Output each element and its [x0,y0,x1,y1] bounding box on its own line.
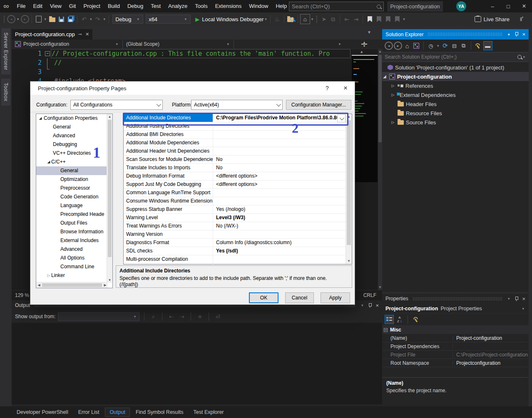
grid-row[interactable]: Additional Module Dependencies [124,139,352,147]
nav-scope-dropdown[interactable]: (Global Scope) ▾ [123,40,234,49]
tree-item[interactable]: External Includes [36,236,112,245]
scrollbar-down-icon[interactable]: ▼ [378,285,382,290]
window-position-dropdown-icon[interactable]: ▾ [361,303,363,307]
sidebar-tab-server-explorer[interactable]: Server Explorer [1,28,10,74]
undo-icon[interactable]: ↶ [80,15,89,24]
property-row[interactable]: Project Dependencies [382,342,529,351]
fold-collapse-icon[interactable]: − [45,51,50,56]
close-panel-icon[interactable]: × [522,31,525,37]
expanded-icon[interactable]: ◢ [382,74,387,79]
tree-item[interactable]: ◢Configuration Properties [36,114,112,123]
collapsed-icon[interactable]: ▷ [390,84,395,88]
tree-item[interactable]: Code Generation [36,193,112,201]
window-position-dropdown-icon[interactable]: ▾ [508,32,510,37]
scrollbar-up-icon[interactable]: ▲ [107,114,112,119]
back-dropdown-icon[interactable]: ▾ [17,17,19,21]
grid-row-selected[interactable]: Additional Include Directories C:\Progra… [124,114,352,122]
find-message-icon[interactable]: ⌕ [149,313,157,320]
menu-analyze[interactable]: Analyze [164,0,191,12]
tree-item[interactable]: ▷Linker [36,271,112,280]
tree-item[interactable]: Language [36,201,112,210]
quick-search-input[interactable]: Search (Ctrl+Q) [289,2,384,11]
editor-vertical-scrollbar[interactable]: ▲ ▼ [378,49,382,290]
save-all-icon[interactable] [66,15,75,24]
pin-icon[interactable] [515,297,518,301]
previous-message-icon[interactable]: ⇠ [167,314,175,320]
new-dropdown-icon[interactable]: ▾ [45,17,47,21]
property-pages-wrench-icon[interactable] [412,315,420,324]
menu-tools[interactable]: Tools [191,0,211,12]
find-in-files-icon[interactable] [286,15,296,24]
tab-error-list[interactable]: Error List [74,408,104,416]
value-dropdown-button[interactable] [337,114,346,122]
refresh-icon[interactable]: ⟳ [441,42,450,50]
menu-git[interactable]: Git [65,0,80,12]
alphabetical-sort-icon[interactable]: AZ ↓ [395,315,404,324]
property-row[interactable]: Project File C:\Projects\Project-configu… [382,351,529,359]
collapsed-icon[interactable]: ▷ [46,271,51,280]
window-position-dropdown-icon[interactable]: ▾ [508,297,510,301]
grid-row[interactable]: Multi-processor Compilation [124,255,352,264]
pin-icon[interactable] [515,32,518,37]
line-ending-indicator[interactable]: CRLF [358,292,382,298]
tab-output[interactable]: Output [105,408,130,417]
show-all-files-toggle-icon[interactable]: ▬ [483,41,492,50]
forward-icon[interactable]: ▸ [394,42,402,50]
menu-test[interactable]: Test [147,0,164,12]
menu-build[interactable]: Build [104,0,124,12]
copy-structure-icon[interactable]: ⧉ [328,15,338,24]
close-button[interactable]: × [516,0,532,12]
pending-changes-filter-icon[interactable]: ◷ [427,42,435,50]
categorized-view-icon[interactable] [385,315,394,324]
menu-help[interactable]: Help [272,0,291,12]
sidebar-tab-toolbox[interactable]: Toolbox [1,79,10,106]
output-content[interactable] [12,323,382,404]
tree-item-selected[interactable]: General [36,166,112,175]
minimize-button[interactable]: – [485,0,500,12]
configuration-manager-button[interactable]: Configuration Manager... [286,100,351,110]
expanded-icon[interactable]: ◢ [46,158,51,166]
new-project-icon[interactable] [34,15,43,24]
toolbar-grip[interactable] [3,15,5,23]
properties-wrench-icon[interactable] [474,42,482,50]
scrollbar-left-icon[interactable]: ◀ [36,283,42,287]
project-node[interactable]: ◢ Project-configuration [382,72,529,81]
live-share-button[interactable]: Live Share [475,16,510,22]
dialog-title-bar[interactable]: Project-configuration Property Pages [30,82,355,95]
property-category-row[interactable]: − Misc [382,326,529,334]
send-feedback-icon[interactable]: 🯅+ [517,15,526,24]
home-icon[interactable]: ⌂ [300,14,310,24]
editor-tab[interactable]: Project-configuration.cpp ⊸ ✕ [12,29,92,40]
pin-icon[interactable] [368,303,371,308]
minimap[interactable] [352,55,378,182]
platform-select[interactable]: Active(x64) [191,100,283,110]
preview-code-icon[interactable]: ⧉ [460,42,468,50]
tree-vertical-scrollbar[interactable]: ▲ ▼ [107,114,112,283]
grid-row[interactable]: SDL checksYes (/sdl) [124,247,352,255]
pin-tab-icon[interactable]: ⊸ [78,32,82,37]
save-icon[interactable] [57,15,66,24]
tree-item[interactable]: Browse Information [36,228,112,236]
menu-project[interactable]: Project [80,0,104,12]
cancel-button[interactable]: Cancel [285,292,314,303]
tree-item[interactable]: Precompiled Heade [36,210,112,219]
switch-views-icon[interactable] [412,42,420,50]
redo-dropdown-icon[interactable]: ▾ [104,17,106,21]
close-panel-icon[interactable]: × [375,302,379,309]
property-value[interactable]: Projectconfiguration [453,360,529,366]
nav-member-dropdown[interactable]: ▾ [234,40,345,49]
hot-reload-icon[interactable]: ♨ [273,15,282,24]
previous-bookmark-icon[interactable] [374,15,383,24]
output-source-select[interactable]: ▾ [58,312,139,321]
grid-row[interactable]: Treat Warnings As ErrorsNo (/WX-) [124,222,352,230]
tree-item[interactable]: Advanced [36,131,112,140]
navigate-forward-icon[interactable]: ▸ [20,15,30,24]
tree-item[interactable]: ◢C/C++ [36,158,112,166]
solution-explorer-title-bar[interactable]: Solution Explorer ▾ × [382,29,529,40]
grid-row[interactable]: Translate Includes to ImportsNo [124,164,352,172]
clear-all-icon[interactable]: ≡ [196,314,204,320]
grid-row[interactable]: Additional #using Directories [124,122,352,131]
tree-node-references[interactable]: ▷ References [382,81,529,90]
menu-debug[interactable]: Debug [124,0,147,12]
grid-vertical-scrollbar[interactable]: ▲ ▼ [346,114,352,264]
